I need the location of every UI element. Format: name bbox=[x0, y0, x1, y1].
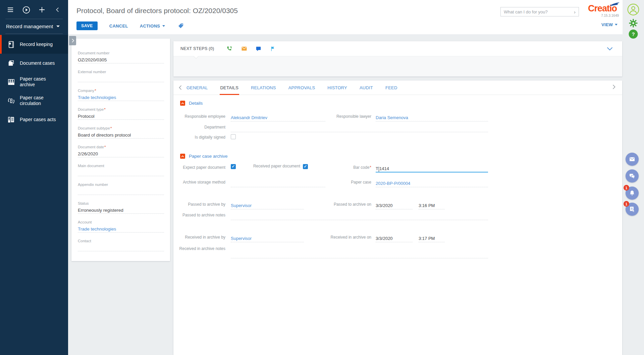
status-value[interactable]: Erroneously registered bbox=[78, 207, 164, 214]
collapse-sidebar-icon[interactable] bbox=[53, 5, 62, 14]
search-input[interactable] bbox=[504, 9, 572, 14]
next-steps-panel: NEXT STEPS (0) bbox=[173, 41, 622, 77]
row-passed-notes: Passed to archive notes bbox=[173, 211, 488, 220]
workspace-selector[interactable]: Record management bbox=[0, 19, 68, 34]
paper-cases-acts-icon bbox=[7, 115, 15, 124]
menu-icon[interactable] bbox=[6, 5, 15, 14]
external-number-value[interactable] bbox=[78, 76, 164, 82]
tab-approvals[interactable]: APPROVALS bbox=[288, 81, 316, 95]
new-feed-message-button[interactable] bbox=[255, 45, 262, 52]
cancel-button[interactable]: CANCEL bbox=[109, 23, 128, 29]
system-settings-icon[interactable] bbox=[628, 18, 638, 30]
sidebar-item-paper-cases-archive[interactable]: Paper cases archive bbox=[0, 72, 68, 91]
received-in-archive-date[interactable]: 3/3/2020 bbox=[376, 234, 413, 242]
divider bbox=[5, 34, 63, 34]
passed-to-archive-by-value[interactable]: Supervisor bbox=[231, 201, 304, 209]
field-appendix-number: Appendix number* bbox=[78, 182, 164, 201]
tab-relations[interactable]: RELATIONS bbox=[250, 81, 277, 95]
row-passed-to-archive: Passed to archive by Supervisor Passed t… bbox=[173, 201, 488, 209]
record-summary-panel: Document number* OZ/2020/0305 External n… bbox=[71, 39, 170, 261]
tabs-scroll-right-icon[interactable] bbox=[612, 85, 615, 91]
business-process-panel-button[interactable]: 1 bbox=[626, 203, 639, 216]
received-in-archive-notes-value[interactable] bbox=[231, 250, 488, 258]
document-date-value[interactable]: 2/26/2020 bbox=[78, 151, 164, 157]
tabs-scroll-left-icon[interactable] bbox=[173, 85, 186, 90]
chat-bubble-icon bbox=[255, 46, 262, 52]
view-menu[interactable]: VIEW bbox=[601, 22, 618, 27]
appendix-number-value[interactable] bbox=[78, 189, 164, 195]
record-keeping-icon bbox=[7, 40, 15, 49]
company-value[interactable]: Trade technologies bbox=[78, 95, 164, 101]
main-document-value[interactable] bbox=[78, 170, 164, 176]
new-task-button[interactable] bbox=[270, 45, 276, 52]
passed-to-archive-date[interactable]: 3/3/2020 bbox=[376, 201, 413, 209]
details-section-header[interactable]: Details bbox=[180, 101, 203, 106]
document-number-value[interactable]: OZ/2020/0305 bbox=[78, 57, 164, 63]
field-document-number: Document number* OZ/2020/0305 bbox=[78, 51, 164, 69]
sidebar-item-record-keeping[interactable]: Record keeping bbox=[0, 35, 68, 54]
tab-strip: GENERAL DETAILS RELATIONS APPROVALS HIST… bbox=[186, 81, 409, 95]
next-steps-notch bbox=[194, 54, 199, 59]
sidebar-nav: Record keeping Document cases Paper case… bbox=[0, 35, 68, 129]
collapse-section-icon[interactable] bbox=[180, 154, 185, 159]
received-in-archive-by-value[interactable]: Supervisor bbox=[231, 234, 304, 242]
run-process-icon[interactable] bbox=[22, 5, 31, 14]
department-value[interactable] bbox=[231, 123, 488, 132]
paper-case-value[interactable]: 2020-BP-P/00004 bbox=[376, 179, 488, 187]
search-submit-icon[interactable]: › bbox=[572, 9, 576, 15]
tab-general[interactable]: GENERAL bbox=[186, 81, 209, 95]
passed-to-archive-time[interactable]: 3:16 PM bbox=[419, 201, 445, 209]
field-document-date: Document date* 2/26/2020 bbox=[78, 145, 164, 163]
chevron-down-icon bbox=[162, 25, 165, 27]
tag-button[interactable] bbox=[178, 23, 184, 29]
bar-code-input[interactable]: T1414 bbox=[376, 164, 488, 172]
new-call-button[interactable] bbox=[226, 45, 233, 52]
is-digitally-signed-checkbox[interactable] bbox=[231, 134, 236, 139]
help-icon[interactable]: ? bbox=[629, 30, 638, 39]
field-company: Company* Trade technologies bbox=[78, 88, 164, 107]
document-subtype-value[interactable]: Board of directors protocol bbox=[78, 132, 164, 139]
tab-details[interactable]: DETAILS bbox=[220, 81, 239, 95]
text-caret bbox=[379, 167, 379, 172]
account-value[interactable]: Trade technologies bbox=[78, 226, 164, 233]
sidebar-item-document-cases[interactable]: Document cases bbox=[0, 54, 68, 72]
document-cases-icon bbox=[7, 59, 15, 67]
received-in-archive-time[interactable]: 3:17 PM bbox=[419, 234, 445, 242]
field-status: Status* Erroneously registered bbox=[78, 201, 164, 220]
row-received-notes: Received in archive notes bbox=[173, 244, 488, 258]
flag-icon bbox=[270, 46, 276, 52]
passed-to-archive-notes-value[interactable] bbox=[231, 211, 488, 220]
phone-icon bbox=[226, 46, 233, 52]
user-profile-icon[interactable] bbox=[627, 3, 640, 17]
creatio-logo: Creatio 7.15.3.1649 bbox=[585, 3, 620, 17]
plus-icon[interactable] bbox=[38, 5, 46, 14]
toolbar: SAVE CANCEL ACTIONS bbox=[76, 21, 184, 30]
bell-icon bbox=[629, 190, 636, 197]
expect-paper-document-checkbox[interactable] bbox=[231, 164, 236, 169]
process-badge: 1 bbox=[624, 201, 629, 207]
tab-history[interactable]: HISTORY bbox=[327, 81, 348, 95]
notifications-panel-button[interactable]: 1 bbox=[626, 187, 639, 200]
envelope-icon bbox=[629, 156, 636, 163]
contact-value[interactable] bbox=[78, 245, 164, 251]
collapse-section-icon[interactable] bbox=[180, 101, 185, 106]
save-button[interactable]: SAVE bbox=[76, 21, 98, 30]
sidebar-item-paper-case-circulation[interactable]: Paper case circulation bbox=[0, 91, 68, 110]
document-type-value[interactable]: Protocol bbox=[78, 113, 164, 120]
received-paper-document-checkbox[interactable] bbox=[303, 164, 308, 169]
actions-button[interactable]: ACTIONS bbox=[140, 23, 165, 29]
sidebar-item-paper-cases-acts[interactable]: Paper cases acts bbox=[0, 110, 68, 129]
next-steps-title: NEXT STEPS (0) bbox=[180, 46, 214, 51]
row-department: Department bbox=[173, 123, 488, 132]
paper-case-archive-section-header[interactable]: Paper case archive bbox=[180, 154, 228, 159]
responsible-lawyer-value[interactable]: Daria Semenova bbox=[376, 113, 488, 121]
messages-panel-button[interactable] bbox=[626, 169, 639, 183]
tag-icon bbox=[178, 23, 184, 29]
field-external-number: External number* bbox=[78, 69, 164, 88]
tab-feed[interactable]: FEED bbox=[385, 81, 398, 95]
panel-splitter-handle[interactable] bbox=[69, 36, 76, 45]
next-steps-expand-icon[interactable] bbox=[607, 46, 613, 52]
tab-audit[interactable]: AUDIT bbox=[359, 81, 374, 95]
new-email-button[interactable] bbox=[241, 45, 248, 52]
emails-panel-button[interactable] bbox=[626, 153, 639, 166]
